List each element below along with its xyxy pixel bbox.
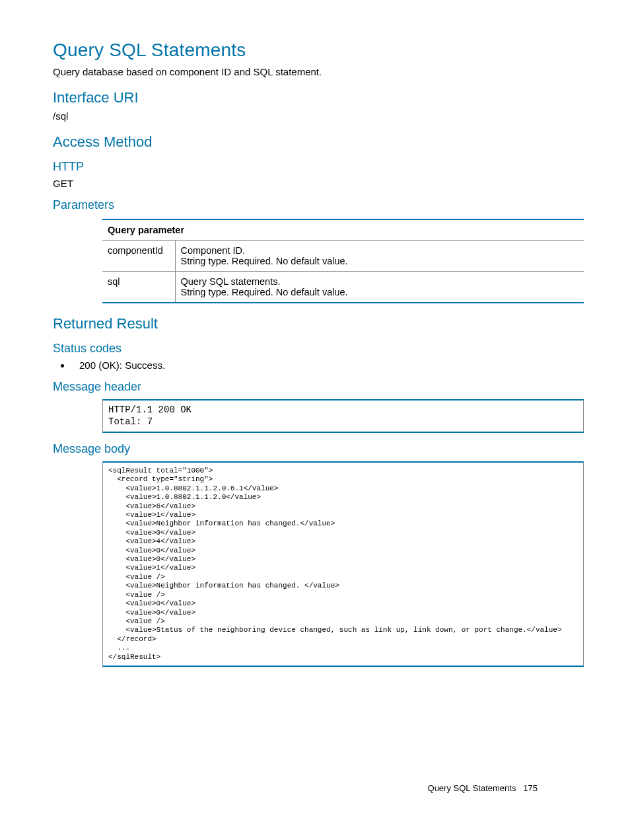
param-desc-line: Component ID.	[181, 245, 246, 256]
http-method-value: GET	[53, 178, 584, 189]
list-item: 200 (OK): Success.	[71, 360, 584, 371]
heading-returned-result: Returned Result	[53, 315, 584, 332]
param-desc: Component ID. String type. Required. No …	[175, 241, 584, 272]
table-header-row: Query parameter	[102, 219, 584, 241]
footer-page-number: 175	[523, 783, 538, 793]
param-desc-line: Query SQL statements.	[181, 276, 281, 287]
message-header-code: HTTP/1.1 200 OK Total: 7	[102, 399, 584, 433]
param-desc: Query SQL statements. String type. Requi…	[175, 272, 584, 303]
heading-http: HTTP	[53, 160, 584, 174]
param-name: sql	[102, 272, 175, 303]
table-header: Query parameter	[102, 219, 584, 241]
intro-text: Query database based on component ID and…	[53, 66, 584, 77]
message-body-code: <sqlResult total="1000"> <record type="s…	[102, 461, 584, 667]
table-row: componentId Component ID. String type. R…	[102, 241, 584, 272]
parameters-table: Query parameter componentId Component ID…	[102, 219, 584, 303]
interface-uri-value: /sql	[53, 110, 584, 122]
heading-message-body: Message body	[53, 442, 584, 456]
status-codes-list: 200 (OK): Success.	[53, 360, 584, 371]
param-desc-line: String type. Required. No default value.	[181, 287, 348, 297]
table-row: sql Query SQL statements. String type. R…	[102, 272, 584, 303]
heading-parameters: Parameters	[53, 198, 584, 212]
footer-label: Query SQL Statements	[428, 783, 516, 793]
param-desc-line: String type. Required. No default value.	[181, 256, 348, 266]
param-name: componentId	[102, 241, 175, 272]
parameters-table-wrap: Query parameter componentId Component ID…	[102, 219, 584, 303]
page-footer: Query SQL Statements 175	[428, 783, 538, 793]
heading-access-method: Access Method	[53, 134, 584, 151]
heading-interface-uri: Interface URI	[53, 89, 584, 106]
page-title: Query SQL Statements	[53, 40, 584, 61]
heading-status-codes: Status codes	[53, 342, 584, 356]
heading-message-header: Message header	[53, 380, 584, 394]
